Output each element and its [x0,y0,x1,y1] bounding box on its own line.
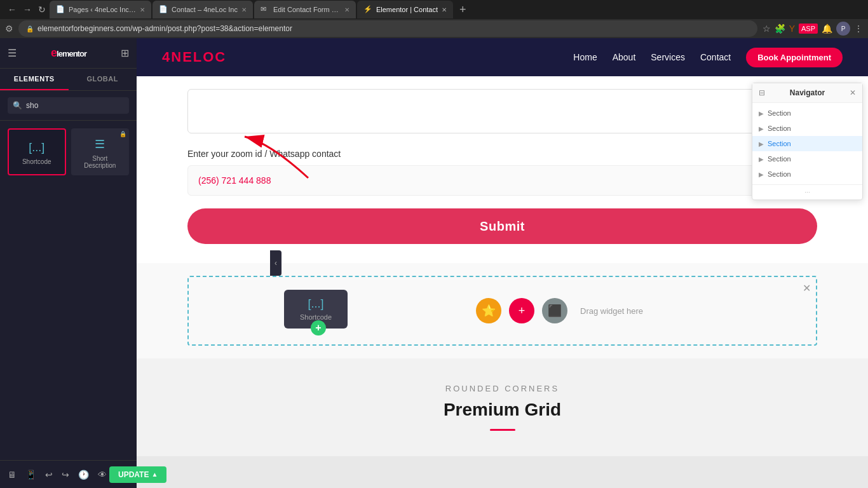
dragged-widget-label: Shortcode [300,313,332,321]
shortcode-icon: [...] [29,141,44,154]
tab-favicon-3: ✉ [261,5,269,14]
tab-favicon-2: 📄 [159,5,168,14]
navigator-collapse-icon[interactable]: ⊟ [759,88,765,97]
widget-grid: [...] Shortcode 🔒 ☰ Short Description [0,121,137,183]
hamburger-icon[interactable]: ☰ [8,47,17,59]
grid-icon[interactable]: ⊞ [121,47,129,59]
dragged-widget-icon: [...] [294,297,337,311]
navigator-section-3[interactable]: ▶ Section [752,136,862,151]
tab-close-2[interactable]: ✕ [241,6,247,13]
browser-tabs: ← → ↻ 📄 Pages ‹ 4neLoc Inc — WordPr... ✕… [0,0,868,19]
tab-global[interactable]: GLOBAL [69,69,137,90]
tab-close-4[interactable]: ✕ [442,6,447,13]
forward-button[interactable]: → [20,2,34,17]
tab-pages[interactable]: 📄 Pages ‹ 4neLoc Inc — WordPr... ✕ [50,1,151,18]
tab-close-3[interactable]: ✕ [344,6,349,13]
nav-services[interactable]: Services [651,52,685,62]
navigator-section-5[interactable]: ▶ Section [752,166,862,182]
nav-about[interactable]: About [613,52,636,62]
navigator-panel: ⊟ Navigator ✕ ▶ Section ▶ Section ▶ Sect… [752,83,863,200]
browser-chrome: ← → ↻ 📄 Pages ‹ 4neLoc Inc — WordPr... ✕… [0,0,868,38]
submit-button[interactable]: Submit [187,208,817,244]
nav-section-label-2: Section [768,125,791,132]
short-desc-label: Short Description [76,155,125,169]
navigator-footer: ··· [752,184,862,200]
nav-home[interactable]: Home [573,52,597,62]
nav-section-label-1: Section [768,109,791,117]
short-description-widget[interactable]: 🔒 ☰ Short Description [71,128,130,175]
back-button[interactable]: ← [5,2,19,17]
reload-button[interactable]: ↻ [36,2,48,17]
zoom-input[interactable] [187,165,817,196]
nav-contact[interactable]: Contact [700,52,731,62]
bottom-bar-icons: 🖥 📱 ↩ ↪ 🕐 👁 [5,467,109,482]
sidebar-search: 🔍 [0,91,137,121]
toolbar-actions: ☆ 🧩 Y ASP 🔔 P ⋮ [763,22,863,36]
tab-label-3: Edit Contact Form ‹ 4neLoc In... [273,6,341,13]
responsive-tablet-icon[interactable]: 📱 [23,467,39,482]
extension-icon[interactable]: 🧩 [775,24,785,34]
lock-icon: 🔒 [119,131,126,137]
nav-arrow-4: ▶ [759,156,764,163]
elementor-logo: elementor [51,46,86,60]
nav-arrow-5: ▶ [759,171,764,178]
redo-icon[interactable]: ↪ [59,467,72,482]
navigator-section-1[interactable]: ▶ Section [752,105,862,121]
navigator-title: Navigator [790,88,825,97]
tab-edit-contact[interactable]: ✉ Edit Contact Form ‹ 4neLoc In... ✕ [254,1,356,18]
update-dropdown-arrow[interactable]: ▲ [151,471,158,478]
tab-contact[interactable]: 📄 Contact – 4neLoc Inc ✕ [153,1,253,18]
address-text: elementorforbeginners.com/wp-admin/post.… [37,24,292,33]
rounded-corners-label: ROUNDED CORNERS [187,384,817,393]
site-nav: 4NELOC Home About Services Contact Book … [137,38,868,76]
lock-icon: 🔒 [26,25,34,32]
search-wrap: 🔍 [8,97,129,114]
tab-elementor[interactable]: ⚡ Elementor | Contact ✕ [357,1,453,18]
navigator-header: ⊟ Navigator ✕ [752,83,862,103]
shortcode-label: Shortcode [22,158,51,165]
navigator-left-icons: ⊟ [759,88,765,97]
nav-arrow-3: ▶ [759,140,764,147]
drag-here-text: Drag widget here [580,306,643,316]
elementor-bottom-bar: 🖥 📱 ↩ ↪ 🕐 👁 UPDATE ▲ [0,460,137,488]
menu-icon[interactable]: ⋮ [854,24,863,34]
navigator-section-2[interactable]: ▶ Section [752,121,862,136]
drop-zone-close[interactable]: ✕ [803,282,811,294]
notification-icon[interactable]: 🔔 [822,24,832,34]
site-logo: 4NELOC [162,49,226,65]
widget-history-button[interactable]: ⬛ [542,298,567,323]
asp-icon: ASP [799,24,818,34]
drop-zone[interactable]: ✕ [...] Shortcode + ⭐ + ⬛ Drag widget he… [187,276,817,346]
tab-close[interactable]: ✕ [140,6,145,13]
navigator-close-icon[interactable]: ✕ [850,88,856,97]
favorite-widget-button[interactable]: ⭐ [476,298,501,323]
responsive-desktop-icon[interactable]: 🖥 [5,467,19,482]
red-underline [490,429,515,431]
drag-plus-icon: + [311,320,326,336]
shortcode-widget[interactable]: [...] Shortcode [8,128,66,175]
history-icon[interactable]: 🕐 [76,467,92,482]
address-bar[interactable]: 🔒 elementorforbeginners.com/wp-admin/pos… [18,20,757,37]
book-appointment-button[interactable]: Book Appointment [746,48,843,67]
update-button[interactable]: UPDATE ▲ [109,466,166,483]
tab-label: Pages ‹ 4neLoc Inc — WordPr... [69,6,136,13]
yoast-icon: Y [789,24,795,34]
add-widget-button[interactable]: + [509,298,534,323]
profile-avatar[interactable]: P [836,22,850,36]
search-input[interactable] [26,101,124,110]
nav-arrow-2: ▶ [759,125,764,132]
zoom-label: Enter your zoom id / Whatsapp contact [187,149,817,159]
preview-icon[interactable]: 👁 [95,467,109,482]
star-toolbar-icon[interactable]: ☆ [763,24,771,34]
update-label: UPDATE [118,470,149,479]
tab-elements[interactable]: ELEMENTS [0,69,69,90]
browser-toolbar: ⚙ 🔒 elementorforbeginners.com/wp-admin/p… [0,19,868,38]
tab-favicon-4: ⚡ [363,5,372,14]
message-textarea[interactable] [187,89,817,133]
bottom-section: ROUNDED CORNERS Premium Grid [137,358,868,456]
sidebar-collapse-button[interactable]: ‹ [270,250,281,276]
navigator-section-4[interactable]: ▶ Section [752,151,862,166]
premium-grid-title: Premium Grid [187,400,817,420]
new-tab-button[interactable]: + [454,3,471,17]
undo-icon[interactable]: ↩ [43,467,55,482]
